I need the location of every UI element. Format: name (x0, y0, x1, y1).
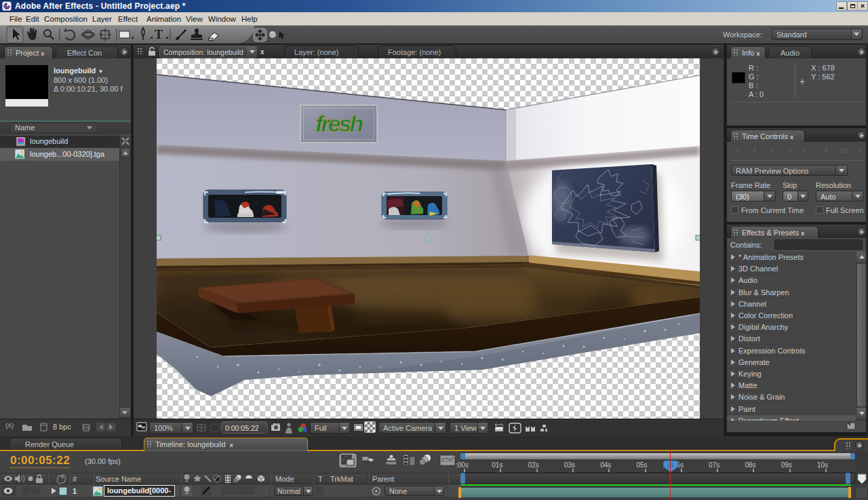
svg-text:fresh: fresh (315, 111, 363, 136)
svg-text:1: 1 (73, 487, 77, 495)
svg-text:T: T (155, 28, 163, 41)
svg-text:#: # (73, 475, 77, 483)
